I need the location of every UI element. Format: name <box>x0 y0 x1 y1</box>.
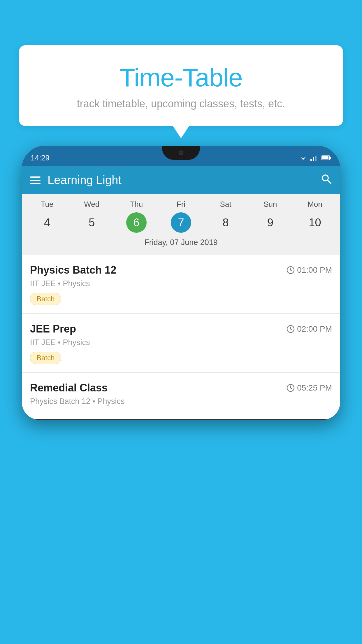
class-name: Remedial Class <box>30 382 108 394</box>
clock-icon <box>287 325 295 333</box>
phone-wrapper: 14:29 <box>22 146 340 644</box>
signal-icon <box>310 155 319 161</box>
hamburger-line-1 <box>30 176 41 178</box>
day-label: Sun <box>263 200 277 209</box>
selected-date-label: Friday, 07 June 2019 <box>22 236 340 252</box>
day-label: Mon <box>307 200 322 209</box>
day-label: Tue <box>41 200 54 209</box>
status-bar-area: 14:29 <box>22 146 340 166</box>
class-card[interactable]: Remedial Class 05:25 PMPhysics Batch 12 … <box>22 373 340 419</box>
svg-line-7 <box>327 180 331 183</box>
calendar-strip: Tue4Wed5Thu6Fri7Sat8Sun9Mon10 Friday, 07… <box>22 194 340 255</box>
day-number[interactable]: 6 <box>126 212 147 233</box>
day-number[interactable]: 8 <box>215 212 236 233</box>
day-number[interactable]: 7 <box>171 212 191 233</box>
speech-bubble: Time-Table track timetable, upcoming cla… <box>19 45 343 126</box>
camera <box>179 150 183 155</box>
phone-outer: 14:29 <box>22 146 340 420</box>
class-card-header: Remedial Class 05:25 PM <box>30 382 332 394</box>
days-row: Tue4Wed5Thu6Fri7Sat8Sun9Mon10 <box>22 200 340 236</box>
bubble-subtitle: track timetable, upcoming classes, tests… <box>34 98 328 110</box>
class-subtitle: IIT JEE • Physics <box>30 338 332 347</box>
class-name: JEE Prep <box>30 323 76 335</box>
batch-badge: Batch <box>30 293 61 305</box>
search-button[interactable] <box>320 173 332 187</box>
hamburger-line-3 <box>30 183 41 184</box>
batch-badge: Batch <box>30 352 61 364</box>
day-col-sat[interactable]: Sat8 <box>203 200 248 233</box>
class-time: 01:00 PM <box>287 265 332 275</box>
class-time: 02:00 PM <box>287 324 332 334</box>
class-card-header: JEE Prep 02:00 PM <box>30 323 332 335</box>
speech-bubble-container: Time-Table track timetable, upcoming cla… <box>19 45 343 126</box>
battery-icon <box>321 155 331 160</box>
class-card[interactable]: JEE Prep 02:00 PMIIT JEE • PhysicsBatch <box>22 314 340 372</box>
day-label: Sat <box>220 200 231 209</box>
class-subtitle: Physics Batch 12 • Physics <box>30 397 332 406</box>
hamburger-line-2 <box>30 180 41 181</box>
phone-screen: Tue4Wed5Thu6Fri7Sat8Sun9Mon10 Friday, 07… <box>22 194 340 420</box>
day-col-tue[interactable]: Tue4 <box>25 200 69 233</box>
svg-rect-4 <box>330 157 331 159</box>
day-number[interactable]: 9 <box>260 212 280 233</box>
day-col-mon[interactable]: Mon10 <box>293 200 337 233</box>
classes-list: Physics Batch 12 01:00 PMIIT JEE • Physi… <box>22 255 340 419</box>
clock-icon <box>287 266 295 274</box>
day-label: Wed <box>84 200 99 209</box>
day-col-fri[interactable]: Fri7 <box>159 200 203 233</box>
day-col-wed[interactable]: Wed5 <box>69 200 114 233</box>
search-icon <box>320 173 332 185</box>
svg-rect-5 <box>322 156 328 159</box>
status-icons <box>299 155 331 161</box>
wifi-icon <box>299 155 307 161</box>
class-time: 05:25 PM <box>287 383 332 393</box>
svg-line-10 <box>291 270 292 271</box>
status-time: 14:29 <box>31 153 50 162</box>
svg-line-16 <box>291 388 292 389</box>
clock-icon <box>287 384 295 392</box>
app-bar-left: Learning Light <box>30 174 122 187</box>
notch <box>162 146 200 160</box>
app-title: Learning Light <box>48 174 122 187</box>
class-card-header: Physics Batch 12 01:00 PM <box>30 264 332 276</box>
svg-line-13 <box>291 329 292 330</box>
bubble-title: Time-Table <box>34 63 328 92</box>
day-col-sun[interactable]: Sun9 <box>248 200 293 233</box>
svg-rect-0 <box>310 159 312 161</box>
class-card[interactable]: Physics Batch 12 01:00 PMIIT JEE • Physi… <box>22 255 340 313</box>
day-col-thu[interactable]: Thu6 <box>114 200 159 233</box>
day-number[interactable]: 5 <box>82 212 102 233</box>
day-number[interactable]: 4 <box>37 212 57 233</box>
day-label: Fri <box>177 200 185 209</box>
day-label: Thu <box>130 200 143 209</box>
class-subtitle: IIT JEE • Physics <box>30 279 332 288</box>
day-number[interactable]: 10 <box>305 212 325 233</box>
app-bar: Learning Light <box>22 166 340 194</box>
class-name: Physics Batch 12 <box>30 264 116 276</box>
menu-icon[interactable] <box>30 176 41 184</box>
svg-rect-2 <box>315 156 317 161</box>
svg-rect-1 <box>313 157 314 161</box>
